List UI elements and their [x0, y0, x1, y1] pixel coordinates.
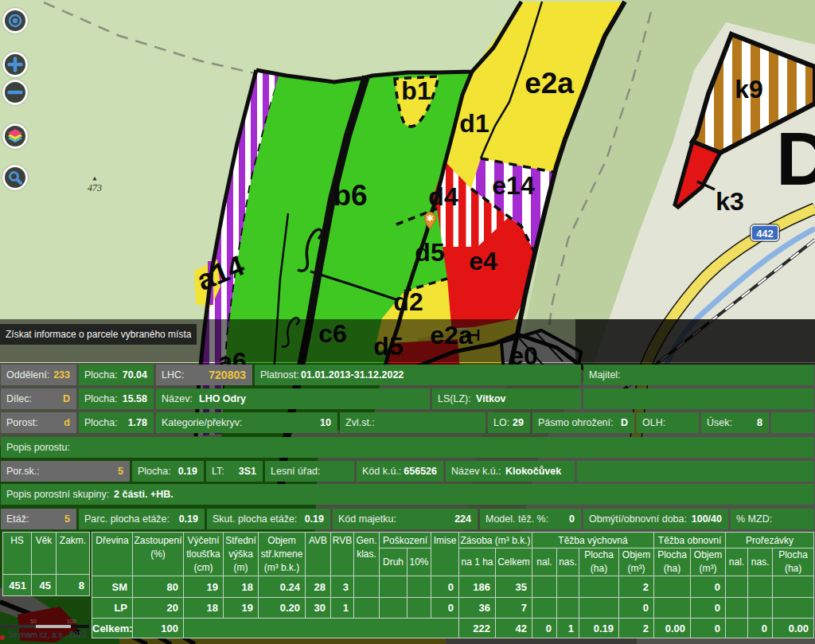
- svg-text:d2: d2: [393, 287, 423, 316]
- svg-text:e4: e4: [469, 247, 497, 275]
- svg-text:d1: d1: [459, 109, 489, 138]
- svg-text:b1: b1: [401, 76, 431, 105]
- svg-text:D: D: [776, 116, 815, 201]
- svg-text:k3: k3: [716, 187, 744, 216]
- svg-text:e14: e14: [492, 171, 535, 200]
- svg-text:473: 473: [88, 182, 102, 193]
- svg-text:442: 442: [756, 228, 774, 240]
- svg-text:d5: d5: [415, 238, 444, 267]
- svg-text:e2a: e2a: [524, 67, 574, 100]
- svg-text:d4: d4: [428, 182, 458, 211]
- svg-text:b6: b6: [333, 179, 367, 212]
- svg-text:✱: ✱: [426, 213, 433, 223]
- svg-text:k9: k9: [735, 75, 763, 103]
